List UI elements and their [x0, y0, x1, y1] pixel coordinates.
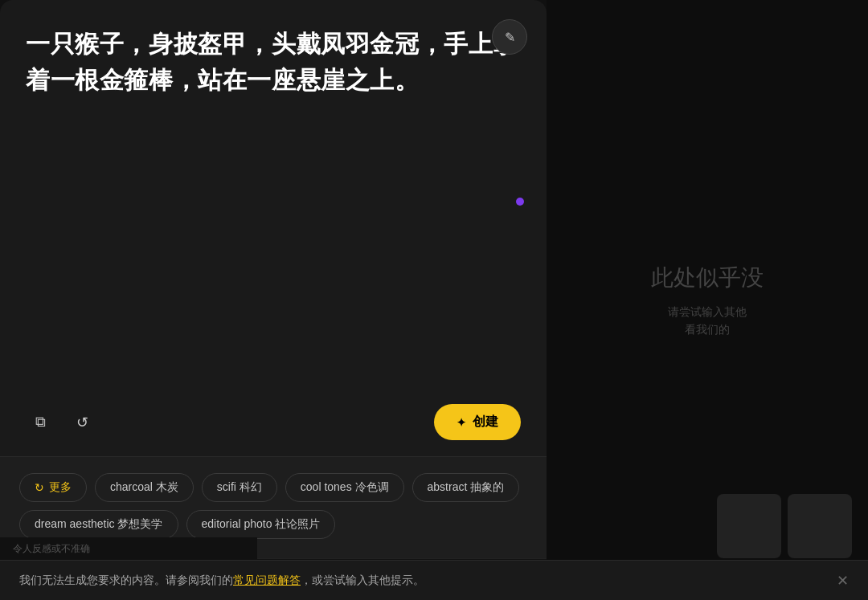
- empty-state: 此处似乎没 请尝试输入其他看我们的: [651, 262, 764, 339]
- reset-button[interactable]: ↺: [68, 408, 96, 437]
- star-icon: ✦: [457, 416, 466, 429]
- prompt-area: 一只猴子，身披盔甲，头戴凤羽金冠，手上拿着一根金箍棒，站在一座悬崖之上。 ✎: [0, 0, 547, 394]
- tag-cool-tones[interactable]: cool tones 冷色调: [285, 473, 404, 502]
- more-tag[interactable]: ↻ 更多: [19, 473, 87, 502]
- close-notification-icon[interactable]: ✕: [837, 572, 849, 590]
- tag-scifi-label: scifi 科幻: [217, 480, 262, 495]
- empty-state-subtitle: 请尝试输入其他看我们的: [651, 303, 764, 339]
- tags-row: ↻ 更多 charcoal 木炭 scifi 科幻 cool tones 冷色调…: [19, 473, 527, 539]
- thumbnail-row: [717, 494, 852, 558]
- create-label: 创建: [473, 414, 498, 431]
- prompt-text: 一只猴子，身披盔甲，头戴凤羽金冠，手上拿着一根金箍棒，站在一座悬崖之上。: [26, 26, 521, 98]
- dot-indicator: [516, 198, 524, 206]
- tag-charcoal[interactable]: charcoal 木炭: [95, 473, 194, 502]
- notification-link[interactable]: 常见问题解答: [233, 573, 301, 586]
- create-button[interactable]: ✦ 创建: [434, 404, 521, 440]
- tag-cool-tones-label: cool tones 冷色调: [301, 480, 389, 495]
- notification-bar: 我们无法生成您要求的内容。请参阅我们的常见问题解答，或尝试输入其他提示。 ✕: [0, 560, 868, 600]
- left-panel: 一只猴子，身披盔甲，头戴凤羽金冠，手上拿着一根金箍棒，站在一座悬崖之上。 ✎ ⧉…: [0, 0, 547, 600]
- warning-text: 令人反感或不准确: [13, 542, 90, 556]
- tag-abstract[interactable]: abstract 抽象的: [412, 473, 520, 502]
- notification-text: 我们无法生成您要求的内容。请参阅我们的常见问题解答，或尝试输入其他提示。: [19, 573, 832, 588]
- copy-icon: ⧉: [35, 414, 46, 431]
- tag-dream-aesthetic[interactable]: dream aesthetic 梦想美学: [19, 510, 178, 539]
- thumbnail-1: [717, 494, 781, 558]
- toolbar: ⧉ ↺ ✦ 创建: [0, 394, 547, 456]
- refresh-icon: ↻: [35, 481, 44, 494]
- tag-editorial-photo[interactable]: editorial photo 社论照片: [186, 510, 336, 539]
- edit-button[interactable]: ✎: [492, 19, 527, 55]
- toolbar-left: ⧉ ↺: [26, 408, 96, 437]
- tag-scifi[interactable]: scifi 科幻: [202, 473, 277, 502]
- bottom-warning: 令人反感或不准确: [0, 537, 257, 560]
- tag-editorial-photo-label: editorial photo 社论照片: [202, 517, 321, 532]
- edit-icon: ✎: [505, 30, 515, 45]
- main-layout: 一只猴子，身披盔甲，头戴凤羽金冠，手上拿着一根金箍棒，站在一座悬崖之上。 ✎ ⧉…: [0, 0, 868, 600]
- thumbnail-2: [788, 494, 852, 558]
- copy-button[interactable]: ⧉: [26, 408, 55, 437]
- reset-icon: ↺: [76, 414, 88, 431]
- empty-state-title: 此处似乎没: [651, 262, 764, 293]
- tag-charcoal-label: charcoal 木炭: [110, 480, 178, 495]
- tag-abstract-label: abstract 抽象的: [428, 480, 505, 495]
- right-panel: 此处似乎没 请尝试输入其他看我们的: [547, 0, 868, 600]
- more-label: 更多: [49, 480, 72, 495]
- tag-dream-aesthetic-label: dream aesthetic 梦想美学: [35, 517, 163, 532]
